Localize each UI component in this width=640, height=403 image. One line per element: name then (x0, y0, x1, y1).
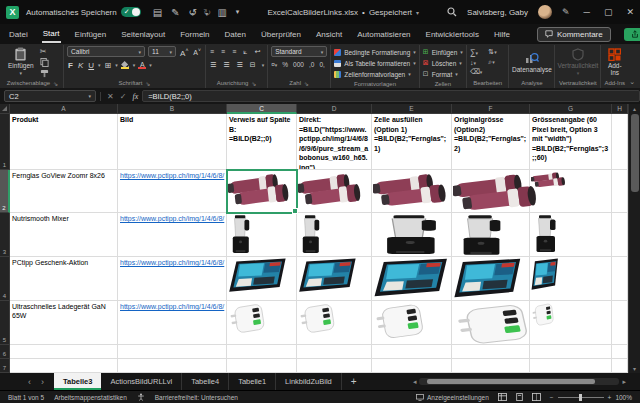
normal-view-icon[interactable] (498, 393, 507, 401)
hyperlink[interactable]: https://www.pctipp.ch/img/1/4/6/8/ (120, 259, 224, 266)
column-header-f[interactable]: F (452, 104, 530, 114)
cell-f3[interactable] (452, 213, 530, 257)
vertical-scroll-thumb[interactable] (631, 114, 639, 192)
row-header-5[interactable]: 5 (0, 301, 10, 345)
cell-f4[interactable] (452, 257, 530, 301)
sheet-tab-tabelle1[interactable]: Tabelle1 (229, 373, 276, 390)
name-box[interactable]: C2 ▾ (4, 90, 96, 102)
cell-a1[interactable]: Produkt (10, 114, 118, 170)
cell-g2[interactable] (530, 170, 612, 213)
horizontal-scrollbar[interactable] (419, 378, 619, 385)
hscroll-right-icon[interactable]: ▸ (622, 378, 626, 386)
vertical-scrollbar[interactable]: ▴ ▾ (628, 104, 640, 373)
cell-e2[interactable] (372, 170, 452, 213)
align-middle-icon[interactable]: ≡ (220, 47, 226, 56)
cell-d5[interactable] (297, 301, 372, 345)
tab-daten[interactable]: Daten (224, 27, 247, 42)
align-top-icon[interactable]: ≡ (209, 47, 215, 56)
cell-c7[interactable] (227, 359, 297, 373)
cell-c5[interactable] (227, 301, 297, 345)
scroll-down-icon[interactable]: ▾ (633, 365, 636, 372)
align-center-icon[interactable]: ☰ (222, 60, 230, 69)
cell-f7[interactable] (452, 359, 530, 373)
sort-filter-button[interactable]: ⇅▾ (488, 48, 496, 56)
bold-button[interactable]: F (67, 61, 74, 70)
sheet-tab-tabelle4[interactable]: Tabelle4 (182, 373, 229, 390)
decrease-font-button[interactable]: A˅ (192, 46, 202, 58)
cell-c6[interactable] (227, 345, 297, 359)
zoom-out-button[interactable]: − (550, 394, 554, 401)
cell-h5[interactable] (612, 301, 628, 345)
row-header-6[interactable]: 6 (0, 345, 10, 359)
cell-g4[interactable] (530, 257, 612, 301)
add-sheet-button[interactable]: + (342, 373, 366, 390)
cell-b2[interactable]: https://www.pctipp.ch/img/1/4/6/8/ (118, 170, 227, 213)
cell-h1[interactable] (612, 114, 628, 170)
page-break-view-icon[interactable] (532, 393, 541, 401)
alignment-dialog-launcher[interactable]: ⇘ (251, 80, 256, 87)
cell-g5[interactable] (530, 301, 612, 345)
cell-d6[interactable] (297, 345, 372, 359)
clear-button[interactable]: ⌫▾ (470, 68, 482, 76)
undo-icon[interactable]: ↺▾ (189, 7, 194, 18)
column-header-d[interactable]: D (297, 104, 372, 114)
cell-g6[interactable] (530, 345, 612, 359)
zoom-level[interactable]: 100% (615, 394, 632, 401)
insert-function-icon[interactable]: fx (132, 92, 138, 101)
hyperlink[interactable]: https://www.pctipp.ch/img/1/4/6/8/ (120, 303, 224, 310)
cell-c4[interactable] (227, 257, 297, 301)
cell-g1[interactable]: Grössenangabe (60 Pixel breit, Option 3 … (530, 114, 612, 170)
hyperlink[interactable]: https://www.pctipp.ch/img/1/4/6/8/ (120, 215, 224, 222)
cell-d7[interactable] (297, 359, 372, 373)
sheet-tab-actionsbildurllvl[interactable]: ActionsBildURLLvl (101, 373, 182, 390)
orientation-icon[interactable]: ⟀ (242, 47, 248, 56)
cell-c2-selected[interactable] (227, 170, 297, 213)
cell-d3[interactable] (297, 213, 372, 257)
cell-a4[interactable]: PCtipp Geschenk-Aktion (10, 257, 118, 301)
cell-c1[interactable]: Verweis auf Spalte B: =BILD(B2;;0) (227, 114, 297, 170)
zoom-slider[interactable] (558, 397, 604, 398)
cell-e3[interactable] (372, 213, 452, 257)
decrease-decimal-button[interactable]: 0, (319, 61, 324, 68)
increase-decimal-button[interactable]: ,0 (309, 61, 314, 68)
save-icon[interactable]: ▤ (153, 7, 162, 18)
next-sheet-icon[interactable]: › (41, 377, 44, 387)
cell-b3[interactable]: https://www.pctipp.ch/img/1/4/6/8/ (118, 213, 227, 257)
fill-color-button[interactable] (121, 61, 130, 69)
align-bottom-icon[interactable]: ≡ (231, 47, 237, 56)
cell-a3[interactable]: Nutrismooth Mixer (10, 213, 118, 257)
redo-icon[interactable]: ↻▾ (203, 7, 208, 18)
tab-automatisieren[interactable]: Automatisieren (356, 27, 411, 42)
align-right-icon[interactable]: ☰ (236, 60, 244, 69)
review-pen-icon[interactable]: ✎ (171, 7, 179, 18)
enter-formula-icon[interactable]: ✓ (120, 92, 127, 101)
cell-h6[interactable] (612, 345, 628, 359)
percent-format-button[interactable]: % (282, 61, 288, 68)
zoom-slider-thumb[interactable] (579, 394, 582, 401)
tab-seitenlayout[interactable]: Seitenlayout (120, 27, 166, 42)
tab-einfuegen[interactable]: Einfügen (74, 27, 108, 42)
comments-button[interactable]: Kommentare (537, 27, 611, 42)
scroll-up-icon[interactable]: ▴ (633, 105, 636, 112)
name-box-dropdown-icon[interactable]: ▾ (88, 93, 91, 99)
addins-button[interactable]: Add-Ins (604, 46, 625, 78)
row-header-7[interactable]: 7 (0, 359, 10, 373)
cell-f5[interactable] (452, 301, 530, 345)
row-header-4[interactable]: 4 (0, 257, 10, 301)
column-header-e[interactable]: E (372, 104, 452, 114)
formula-input[interactable]: =BILD(B2;;0) (142, 90, 640, 102)
tab-ueberpruefen[interactable]: Überprüfen (260, 27, 302, 42)
tab-ansicht[interactable]: Ansicht (315, 27, 343, 42)
font-dialog-launcher[interactable]: ⇘ (146, 80, 151, 87)
cell-e6[interactable] (372, 345, 452, 359)
cell-h4[interactable] (612, 257, 628, 301)
sheet-tab-linkbildzubild[interactable]: LinkbildZuBild (276, 373, 342, 390)
cell-b4[interactable]: https://www.pctipp.ch/img/1/4/6/8/ (118, 257, 227, 301)
workbook-statistics[interactable]: Arbeitsmappenstatistiken (54, 394, 127, 401)
tab-entwicklertools[interactable]: Entwicklertools (425, 27, 480, 42)
tab-formeln[interactable]: Formeln (179, 27, 210, 42)
column-header-b[interactable]: B (118, 104, 227, 114)
cell-e7[interactable] (372, 359, 452, 373)
align-left-icon[interactable]: ☰ (209, 60, 217, 69)
tab-start[interactable]: Start (42, 26, 61, 43)
